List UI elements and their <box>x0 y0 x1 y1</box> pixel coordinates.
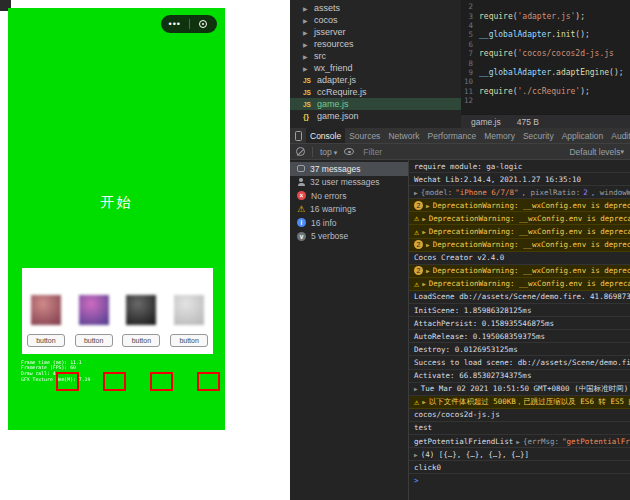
avatar-image[interactable] <box>126 295 156 325</box>
console-log-row: cocos/cocos2d-js.js <box>409 409 630 422</box>
expand-arrow-icon[interactable]: ▶ <box>426 241 430 248</box>
console-log-row: AttachPersist: 0.158935546875ms <box>409 317 630 330</box>
console-text: DeprecationWarning: __wxConfig.env is de… <box>429 214 630 223</box>
folder-chevron-icon[interactable]: ▶ <box>303 5 310 12</box>
folder-chevron-icon[interactable]: ▶ <box>303 53 310 60</box>
expand-arrow-icon[interactable]: ▶ <box>422 228 426 235</box>
editor-line: 8 <box>461 58 630 67</box>
console-text: click0 <box>414 463 441 472</box>
tree-item-resources[interactable]: ▶resources <box>290 38 461 50</box>
tree-item-adapter-js[interactable]: JSadapter.js <box>290 74 461 86</box>
expand-arrow-icon[interactable]: ▶ <box>414 189 418 196</box>
mini-button[interactable]: button <box>122 334 160 347</box>
editor-line: 10 <box>461 77 630 86</box>
console-text: ▶ <box>516 438 520 445</box>
console-text: 以下文件体积超过 500KB，已跳过压缩以及 ES6 转 ES5 的 <box>429 397 630 407</box>
mini-button[interactable]: button <box>27 334 65 347</box>
console-filter-label: No errors <box>311 191 346 201</box>
console-filter-verbose[interactable]: v5 verbose <box>290 230 408 244</box>
mini-button[interactable]: button <box>170 334 208 347</box>
editor-line: 4 <box>461 21 630 30</box>
clear-console-icon[interactable] <box>296 147 305 156</box>
mini-button[interactable]: button <box>75 334 113 347</box>
expand-arrow-icon[interactable]: ▶ <box>414 385 418 392</box>
tab-performance[interactable]: Performance <box>424 128 481 143</box>
tab-network[interactable]: Network <box>384 128 423 143</box>
console-log-row: AutoRelease: 0.195068359375ms <box>409 330 630 343</box>
avatar-image[interactable] <box>31 295 61 325</box>
console-text: 2 <box>583 188 588 197</box>
console-filter-errors[interactable]: ×No errors <box>290 189 408 203</box>
console-filter-user[interactable]: 32 user messages <box>290 176 408 190</box>
expand-arrow-icon[interactable]: ▶ <box>422 398 426 405</box>
phone-screen[interactable]: ••• 开始 buttonbuttonbuttonbutton Frame ti… <box>8 8 225 430</box>
tree-item-cocos[interactable]: ▶cocos <box>290 14 461 26</box>
console-prompt[interactable]: > <box>409 474 630 487</box>
code-token: 'cocos/cocos2d-js.js <box>518 49 614 58</box>
context-selector[interactable]: top <box>320 147 337 157</box>
folder-chevron-icon[interactable]: ▶ <box>303 41 310 48</box>
tab-security[interactable]: Security <box>519 128 558 143</box>
levels-dropdown[interactable]: Default levels <box>569 147 624 157</box>
console-text: getPotentialFriendList <box>414 437 513 446</box>
devtools-top: ▶assets▶cocos▶jsserver▶resources▶src▶wx_… <box>290 0 630 128</box>
record-icon <box>199 20 207 28</box>
tab-memory[interactable]: Memory <box>480 128 519 143</box>
expand-arrow-icon[interactable]: ▶ <box>426 267 430 274</box>
editor-status-bar: game.js 475 B <box>461 114 630 128</box>
tree-item-game-js[interactable]: JSgame.js <box>290 98 461 110</box>
editor-line: 5__globalAdapter.init(); <box>461 30 630 39</box>
tab-application[interactable]: Application <box>558 128 608 143</box>
tree-item-jsserver[interactable]: ▶jsserver <box>290 26 461 38</box>
console-text: LoadScene db://assets/Scene/demo.fire. 4… <box>414 292 630 301</box>
tree-item-wx_friend[interactable]: ▶wx_friend <box>290 62 461 74</box>
start-button[interactable]: 开始 <box>8 194 225 212</box>
console-warning-row: ⚠▶DeprecationWarning: __wxConfig.env is … <box>409 225 630 238</box>
avatar-image[interactable] <box>174 295 204 325</box>
code-token: __globalAdapter <box>479 68 551 77</box>
eye-icon[interactable] <box>344 148 354 155</box>
filter-input[interactable] <box>361 146 431 158</box>
folder-chevron-icon[interactable]: ▶ <box>303 65 310 72</box>
tree-item-assets[interactable]: ▶assets <box>290 2 461 14</box>
line-number: 4 <box>461 21 479 30</box>
expand-arrow-icon[interactable]: ▶ <box>414 451 418 458</box>
toolbar-divider <box>312 147 313 157</box>
tab-audits[interactable]: Audits <box>607 128 630 143</box>
console-text: DeprecationWarning: __wxConfig.env is de… <box>433 266 630 275</box>
repeat-count-badge: 2 <box>414 240 423 249</box>
code-editor[interactable]: 23require('adapter.js');45__globalAdapte… <box>461 0 630 128</box>
console-filter-all[interactable]: 37 messages <box>290 162 408 176</box>
folder-chevron-icon[interactable]: ▶ <box>303 17 310 24</box>
expand-arrow-icon[interactable]: ▶ <box>422 215 426 222</box>
expand-arrow-icon[interactable]: ▶ <box>422 280 426 287</box>
expand-arrow-icon[interactable]: ▶ <box>426 202 430 209</box>
console-text: cocos/cocos2d-js.js <box>414 410 500 419</box>
tree-item-game-json[interactable]: {}game.json <box>290 110 461 122</box>
tree-item-label: assets <box>314 3 340 13</box>
warning-icon: ⚠ <box>414 213 419 223</box>
devtools-tabbar: ConsoleSourcesNetworkPerformanceMemorySe… <box>290 128 630 144</box>
capsule-more-button[interactable]: ••• <box>161 16 189 32</box>
tree-item-src[interactable]: ▶src <box>290 50 461 62</box>
capsule-record-button[interactable] <box>190 20 218 28</box>
folder-chevron-icon[interactable]: ▶ <box>303 29 310 36</box>
console-output: require module: ga-logicWechat Lib:2.14.… <box>409 160 630 500</box>
tab-sources[interactable]: Sources <box>345 128 384 143</box>
devtools-panel: ▶assets▶cocos▶jsserver▶resources▶src▶wx_… <box>290 0 630 500</box>
console-filter-label: 32 user messages <box>310 177 379 187</box>
console-filter-info[interactable]: i16 info <box>290 216 408 230</box>
screenshot-root: ••• 开始 buttonbuttonbuttonbutton Frame ti… <box>0 0 630 500</box>
console-filter-warnings[interactable]: ⚠16 warnings <box>290 203 408 217</box>
messages-icon <box>297 165 305 172</box>
device-toolbar-icon[interactable] <box>290 128 306 143</box>
console-log-row: InitScene: 1.85986328125ms <box>409 304 630 317</box>
file-tree: ▶assets▶cocos▶jsserver▶resources▶src▶wx_… <box>290 0 461 128</box>
console-text: Cocos Creator v2.4.0 <box>414 253 504 262</box>
tree-item-ccRequire-js[interactable]: JSccRequire.js <box>290 86 461 98</box>
tab-console[interactable]: Console <box>306 128 345 143</box>
console-text: Activate: 66.85302734375ms <box>414 371 531 380</box>
avatar-image[interactable] <box>79 295 109 325</box>
code-token: require <box>479 49 513 58</box>
editor-line: 3require('adapter.js'); <box>461 11 630 20</box>
